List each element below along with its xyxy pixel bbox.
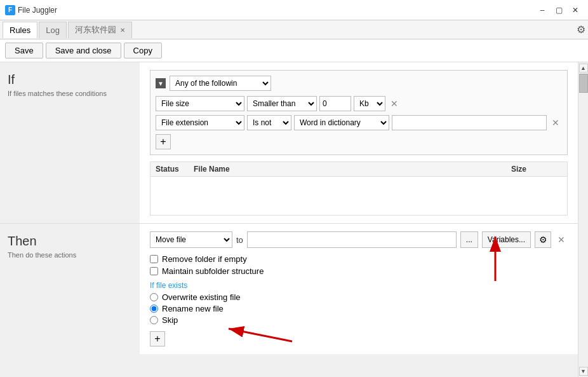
then-row: Then Then do these actions Move file to … — [0, 224, 578, 354]
variables-button[interactable]: Variables... — [482, 231, 531, 248]
if-title: If — [8, 72, 132, 87]
main-layout: If If files matches these conditions ▼ A… — [0, 62, 588, 377]
file-list: Status File Name Size — [150, 161, 568, 216]
if-label-panel: If If files matches these conditions — [0, 62, 140, 223]
condition-2-operator-select[interactable]: Is not — [247, 115, 291, 130]
condition-1-value-input[interactable] — [319, 96, 351, 111]
add-condition-button[interactable]: + — [156, 134, 171, 149]
condition-2-extra-input[interactable] — [392, 115, 547, 130]
save-button[interactable]: Save — [5, 43, 43, 58]
tab-extra-label: 河东软件园 — [75, 24, 116, 36]
destination-input[interactable] — [247, 231, 457, 248]
collapse-button[interactable]: ▼ — [156, 78, 166, 88]
maintain-subfolder-row: Maintain subfolder structure — [150, 266, 568, 276]
then-label-panel: Then Then do these actions — [0, 224, 140, 354]
action-settings-button[interactable]: ⚙ — [535, 231, 551, 248]
radio-overwrite-row: Overwrite existing file — [150, 292, 568, 302]
maintain-subfolder-checkbox[interactable] — [150, 267, 158, 275]
save-close-button[interactable]: Save and close — [46, 43, 121, 58]
if-description: If files matches these conditions — [8, 90, 132, 97]
remove-folder-row: Remove folder if empty — [150, 254, 568, 264]
tab-log[interactable]: Log — [39, 22, 67, 38]
window-title: File Juggler — [18, 6, 57, 15]
if-content: ▼ Any of the followin File size Smaller … — [140, 62, 578, 223]
remove-folder-checkbox[interactable] — [150, 255, 158, 263]
condition-1-field-select[interactable]: File size — [156, 96, 244, 111]
condition-2-field-select[interactable]: File extension — [156, 115, 244, 130]
add-action-area: + — [150, 331, 568, 346]
close-button[interactable]: ✕ — [568, 4, 583, 17]
maintain-subfolder-label: Maintain subfolder structure — [162, 266, 264, 276]
tab-extra[interactable]: 河东软件园 ✕ — [68, 22, 132, 38]
tab-bar: Rules Log 河东软件园 ✕ ⚙ — [0, 20, 588, 39]
condition-1-unit-select[interactable]: Kb — [354, 96, 385, 111]
if-row: If If files matches these conditions ▼ A… — [0, 62, 578, 224]
then-description: Then do these actions — [8, 251, 132, 259]
col-status: Status — [156, 165, 194, 174]
scroll-track[interactable] — [579, 72, 588, 367]
file-list-body — [150, 177, 567, 215]
condition-2-value-select[interactable]: Word in dictionary — [294, 115, 389, 130]
skip-label: Skip — [162, 315, 178, 325]
tab-log-label: Log — [46, 25, 60, 35]
title-bar: F File Juggler – ▢ ✕ — [0, 0, 588, 20]
condition-header: ▼ Any of the followin — [156, 76, 562, 91]
tab-extra-close-icon[interactable]: ✕ — [120, 27, 125, 34]
group-operator-select[interactable]: Any of the followin — [170, 76, 271, 91]
add-action-button[interactable]: + — [150, 331, 165, 346]
scroll-down-button[interactable]: ▼ — [579, 367, 588, 376]
condition-2-remove-button[interactable]: ✕ — [549, 116, 562, 129]
scroll-thumb[interactable] — [579, 74, 588, 93]
col-name: File Name — [194, 165, 511, 174]
tab-rules-label: Rules — [10, 25, 30, 35]
scroll-up-button[interactable]: ▲ — [579, 64, 588, 72]
overwrite-radio[interactable] — [150, 293, 158, 301]
action-select[interactable]: Move file — [150, 231, 232, 248]
condition-group: ▼ Any of the followin File size Smaller … — [150, 70, 568, 155]
condition-row-1: File size Smaller than Kb ✕ — [156, 96, 562, 111]
settings-gear-icon[interactable]: ⚙ — [577, 24, 585, 36]
condition-1-operator-select[interactable]: Smaller than — [247, 96, 317, 111]
overwrite-label: Overwrite existing file — [162, 292, 241, 302]
scrollbar[interactable]: ▲ ▼ — [578, 62, 588, 377]
title-bar-left: F File Juggler — [5, 5, 57, 15]
remove-folder-label: Remove folder if empty — [162, 254, 247, 264]
radio-rename-row: Rename new file — [150, 304, 568, 313]
radio-skip-row: Skip — [150, 315, 568, 325]
app-icon: F — [5, 5, 15, 15]
then-content: Move file to ... Variables... ⚙ ✕ Remove… — [140, 224, 578, 354]
toolbar: Save Save and close Copy — [0, 39, 588, 62]
rename-label: Rename new file — [162, 304, 224, 313]
tab-rules[interactable]: Rules — [3, 22, 37, 38]
action-remove-button[interactable]: ✕ — [555, 233, 568, 246]
maximize-button[interactable]: ▢ — [551, 4, 566, 17]
minimize-button[interactable]: – — [535, 4, 550, 17]
rename-radio[interactable] — [150, 305, 158, 313]
file-list-header: Status File Name Size — [150, 162, 567, 177]
browse-button[interactable]: ... — [460, 231, 478, 248]
action-row: Move file to ... Variables... ⚙ ✕ — [150, 231, 568, 248]
skip-radio[interactable] — [150, 316, 158, 324]
tab-list: Rules Log 河东软件园 ✕ — [3, 22, 132, 38]
if-file-exists-label: If file exists — [150, 281, 568, 290]
window-controls: – ▢ ✕ — [535, 4, 583, 17]
copy-button[interactable]: Copy — [124, 43, 162, 58]
then-title: Then — [8, 234, 132, 249]
condition-row-2: File extension Is not Word in dictionary… — [156, 115, 562, 130]
to-label: to — [236, 235, 243, 245]
col-size: Size — [511, 165, 562, 174]
condition-1-remove-button[interactable]: ✕ — [388, 97, 401, 110]
